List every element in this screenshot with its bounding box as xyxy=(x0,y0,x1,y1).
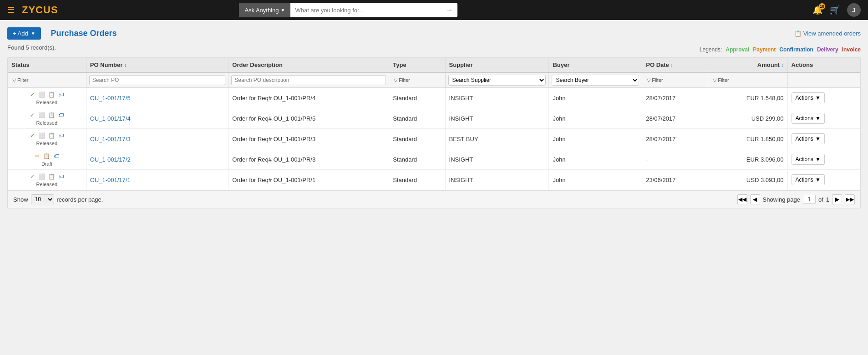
status-draft-icon: ✏ xyxy=(33,152,41,160)
status-cell: ✔ ⬜ 📋 🏷 Released xyxy=(8,129,86,149)
view-amended-label: View amended orders xyxy=(803,30,861,37)
prev-page-button[interactable]: ◀ xyxy=(750,194,760,204)
buyer-cell: John xyxy=(549,129,642,149)
type-filter-button[interactable]: ▽ Filter xyxy=(392,76,411,84)
filter-date-cell: ▽ Filter xyxy=(642,72,708,88)
actions-caret-icon: ▼ xyxy=(815,177,821,183)
supplier-cell: INSIGHT xyxy=(445,108,549,129)
po-number-cell: OU_1-001/17/3 xyxy=(86,129,228,149)
actions-caret-icon: ▼ xyxy=(815,156,821,162)
buyer-search-select[interactable]: Search Buyer xyxy=(552,75,639,86)
actions-button[interactable]: Actions ▼ xyxy=(792,154,825,165)
col-po-date[interactable]: PO Date ↕ xyxy=(642,58,708,72)
col-type: Type xyxy=(389,58,445,72)
amount-filter-button[interactable]: ▽ Filter xyxy=(711,76,731,84)
table-footer: Show 10 25 50 100 records per page. ◀◀ ◀… xyxy=(8,190,860,208)
status-tag-icon: 🏷 xyxy=(57,91,65,99)
po-date-cell: 28/07/2017 xyxy=(642,108,708,129)
showing-page-label: Showing page xyxy=(763,196,800,203)
sort-po-icon: ↕ xyxy=(124,63,127,68)
col-supplier: Supplier xyxy=(445,58,549,72)
type-cell: Standard xyxy=(389,88,445,108)
col-buyer: Buyer xyxy=(549,58,642,72)
status-tag3-icon: 🏷 xyxy=(57,132,65,140)
po-number-link[interactable]: OU_1-001/17/4 xyxy=(90,115,131,122)
po-number-link[interactable]: OU_1-001/17/5 xyxy=(90,95,131,101)
filter-po-cell xyxy=(86,72,228,88)
amount-cell: EUR 1.548,00 xyxy=(708,88,787,108)
supplier-search-select[interactable]: Search Supplier xyxy=(448,75,546,86)
table-row: ✔ ⬜ 📋 🏷 Released OU_1-001/17/5 Order for… xyxy=(8,88,860,108)
status-cell: ✔ ⬜ 📋 🏷 Released xyxy=(8,108,86,129)
actions-caret-icon: ▼ xyxy=(815,136,821,142)
status-label: Released xyxy=(36,141,57,146)
add-button[interactable]: + Add ▼ xyxy=(7,27,41,40)
top-bar: + Add ▼ Purchase Orders 📋 View amended o… xyxy=(7,27,861,40)
search-bar: Ask Anything ▼ → xyxy=(239,3,457,17)
status-cell: ✔ ⬜ 📋 🏷 Released xyxy=(8,88,86,108)
global-search-input[interactable] xyxy=(290,3,441,17)
amount-filter-funnel-icon: ▽ xyxy=(713,77,716,83)
po-description-search-input[interactable] xyxy=(231,75,386,85)
table-row: ✔ ⬜ 📋 🏷 Released OU_1-001/17/4 Order for… xyxy=(8,108,860,129)
add-label: + Add xyxy=(13,30,28,37)
status-label: Released xyxy=(36,182,57,187)
filter-funnel-icon: ▽ xyxy=(12,77,16,83)
header-icons: 🔔 10 🛒 J xyxy=(812,3,861,17)
last-page-button[interactable]: ▶▶ xyxy=(845,194,855,204)
notification-icon[interactable]: 🔔 10 xyxy=(812,5,822,15)
records-per-page-select[interactable]: 10 25 50 100 xyxy=(31,194,54,204)
status-release3-icon: ⬜ xyxy=(38,132,46,140)
col-actions: Actions xyxy=(787,58,860,72)
actions-label: Actions xyxy=(796,115,813,122)
buyer-cell: John xyxy=(549,170,642,190)
menu-icon[interactable]: ☰ xyxy=(7,5,15,15)
po-number-cell: OU_1-001/17/2 xyxy=(86,149,228,170)
status-label: Released xyxy=(36,100,57,105)
search-submit-button[interactable]: → xyxy=(441,6,457,14)
page-number-input[interactable] xyxy=(803,195,816,204)
date-filter-funnel-icon: ▽ xyxy=(647,77,650,83)
type-cell: Standard xyxy=(389,129,445,149)
total-pages: 1 xyxy=(826,196,829,203)
amount-cell: EUR 3.096,00 xyxy=(708,149,787,170)
actions-button[interactable]: Actions ▼ xyxy=(792,92,825,103)
order-description-cell: Order for Req# OU_1-001/PR/1 xyxy=(228,170,389,190)
actions-button[interactable]: Actions ▼ xyxy=(792,113,825,124)
table-filter-row: ▽ Filter ▽ Filter xyxy=(8,72,860,88)
cart-icon[interactable]: 🛒 xyxy=(830,5,840,15)
actions-label: Actions xyxy=(796,156,813,162)
actions-caret-icon: ▼ xyxy=(815,115,821,122)
amended-icon: 📋 xyxy=(794,30,802,37)
ask-anything-button[interactable]: Ask Anything ▼ xyxy=(239,3,290,17)
status-filter-label: Filter xyxy=(17,77,28,83)
supplier-cell: INSIGHT xyxy=(445,149,549,170)
status-copy2-icon: 📋 xyxy=(47,172,56,181)
po-number-link[interactable]: OU_1-001/17/3 xyxy=(90,136,131,142)
date-filter-button[interactable]: ▽ Filter xyxy=(645,76,665,84)
actions-button[interactable]: Actions ▼ xyxy=(792,174,825,185)
col-po-number[interactable]: PO Number ↕ xyxy=(86,58,228,72)
actions-cell: Actions ▼ xyxy=(787,108,860,129)
status-release2-icon: ⬜ xyxy=(38,172,46,181)
type-cell: Standard xyxy=(389,149,445,170)
actions-cell: Actions ▼ xyxy=(787,170,860,190)
actions-cell: Actions ▼ xyxy=(787,88,860,108)
next-page-button[interactable]: ▶ xyxy=(832,194,842,204)
order-description-cell: Order for Req# OU_1-001/PR/5 xyxy=(228,108,389,129)
actions-button[interactable]: Actions ▼ xyxy=(792,133,825,144)
status-filter-button[interactable]: ▽ Filter xyxy=(10,76,30,84)
order-description-cell: Order for Req# OU_1-001/PR/4 xyxy=(228,88,389,108)
actions-cell: Actions ▼ xyxy=(787,129,860,149)
first-page-button[interactable]: ◀◀ xyxy=(737,194,747,204)
col-amount[interactable]: Amount ↕ xyxy=(708,58,787,72)
po-number-link[interactable]: OU_1-001/17/1 xyxy=(90,177,131,183)
user-avatar[interactable]: J xyxy=(847,3,861,17)
ask-anything-label: Ask Anything xyxy=(244,7,279,14)
records-per-page-label: records per page. xyxy=(57,196,103,203)
po-search-input[interactable] xyxy=(89,75,226,85)
table-row: ✔ ⬜ 📋 🏷 Released OU_1-001/17/1 Order for… xyxy=(8,170,860,190)
view-amended-link[interactable]: 📋 View amended orders xyxy=(794,30,861,37)
po-number-link[interactable]: OU_1-001/17/2 xyxy=(90,156,131,163)
status-draft-tag-icon: 🏷 xyxy=(52,152,61,160)
